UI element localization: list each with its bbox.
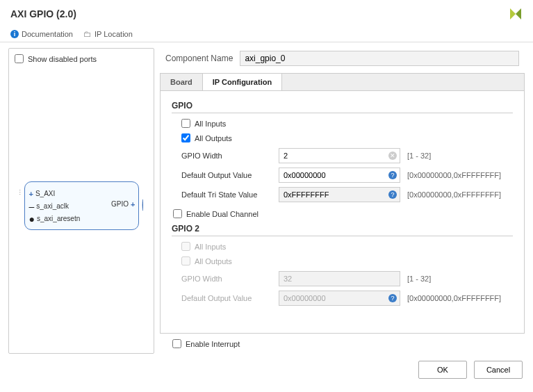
bus-lines-left: ∙∙∙: [19, 189, 22, 195]
gpio2-dov-input: [279, 291, 400, 306]
gpio2-all-outputs-checkbox: All Outputs: [181, 256, 513, 266]
port-aresetn: s_axi_aresetn: [37, 215, 80, 222]
gpio2-section-header: GPIO 2: [172, 224, 513, 236]
help-icon[interactable]: ?: [388, 171, 397, 179]
default-output-value-input[interactable]: [279, 168, 400, 183]
plus-icon: +: [131, 200, 135, 209]
documentation-label: Documentation: [22, 30, 73, 38]
default-tristate-value-input[interactable]: [279, 187, 400, 202]
enable-interrupt-checkbox[interactable]: Enable Interrupt: [160, 334, 525, 354]
bus-lines-right: |||: [142, 202, 144, 208]
gpio2-width-input: [279, 271, 400, 286]
all-inputs-checkbox[interactable]: All Inputs: [181, 119, 513, 128]
tab-board[interactable]: Board: [161, 74, 203, 90]
port-s-axi: S_AXI: [35, 190, 55, 197]
cancel-button[interactable]: Cancel: [474, 361, 523, 379]
header: AXI GPIO (2.0): [0, 0, 533, 26]
gpio-width-input[interactable]: [279, 148, 400, 163]
ip-location-link[interactable]: 🗀 IP Location: [83, 29, 133, 39]
plus-icon: +: [29, 190, 33, 198]
default-output-value-label: Default Output Value: [181, 171, 272, 179]
component-name-label: Component Name: [165, 54, 233, 63]
component-name-input[interactable]: [240, 51, 519, 66]
main: Show disabled ports ∙∙∙ +S_AXI –s_axi_ac…: [0, 42, 533, 354]
component-name-row: Component Name: [160, 48, 525, 73]
default-output-value-range: [0x00000000,0xFFFFFFFF]: [407, 171, 501, 179]
config-panel: Component Name Board IP Configuration GP…: [160, 48, 525, 354]
pin-icon: –: [29, 203, 35, 210]
tab-ip-configuration[interactable]: IP Configuration: [203, 74, 282, 90]
config-scroll[interactable]: GPIO All Inputs All Outputs GPIO Width ✕…: [160, 90, 525, 334]
gpio2-width-label: GPIO Width: [181, 275, 272, 283]
ok-button[interactable]: OK: [418, 361, 467, 379]
enable-dual-channel-checkbox[interactable]: Enable Dual Channel: [173, 209, 513, 218]
pin-icon: ●: [29, 215, 35, 222]
port-aclk: s_axi_aclk: [36, 202, 69, 210]
gpio2-dov-range: [0x00000000,0xFFFFFFFF]: [407, 294, 501, 302]
documentation-link[interactable]: i Documentation: [10, 30, 73, 38]
tabs: Board IP Configuration: [160, 73, 525, 90]
help-icon[interactable]: ?: [388, 190, 397, 199]
toolbar: i Documentation 🗀 IP Location: [0, 26, 533, 42]
footer: OK Cancel: [0, 354, 533, 386]
show-disabled-ports-input[interactable]: [15, 54, 24, 63]
ip-location-label: IP Location: [95, 30, 133, 38]
help-icon: ?: [388, 294, 397, 302]
port-gpio: GPIO: [111, 200, 129, 208]
gpio-section-header: GPIO: [172, 101, 513, 113]
clear-icon[interactable]: ✕: [388, 152, 397, 160]
gpio2-width-range: [1 - 32]: [407, 275, 431, 283]
dialog-title: AXI GPIO (2.0): [10, 8, 76, 19]
preview-panel: Show disabled ports ∙∙∙ +S_AXI –s_axi_ac…: [8, 48, 154, 354]
gpio-width-label: GPIO Width: [181, 152, 272, 160]
gpio2-all-inputs-checkbox: All Inputs: [181, 242, 513, 251]
block-diagram-area: ∙∙∙ +S_AXI –s_axi_aclk ●s_axi_aresetn GP…: [15, 63, 148, 348]
ip-block: ∙∙∙ +S_AXI –s_axi_aclk ●s_axi_aresetn GP…: [24, 181, 139, 230]
folder-icon: 🗀: [83, 29, 92, 39]
xilinx-logo: [509, 7, 523, 21]
default-tristate-value-label: Default Tri State Value: [181, 190, 272, 199]
all-outputs-checkbox[interactable]: All Outputs: [181, 133, 513, 142]
gpio2-dov-label: Default Output Value: [181, 294, 272, 302]
info-icon: i: [10, 30, 19, 38]
default-tristate-value-range: [0x00000000,0xFFFFFFFF]: [407, 190, 501, 199]
gpio-width-range: [1 - 32]: [407, 152, 431, 160]
show-disabled-ports-checkbox[interactable]: Show disabled ports: [15, 54, 148, 63]
